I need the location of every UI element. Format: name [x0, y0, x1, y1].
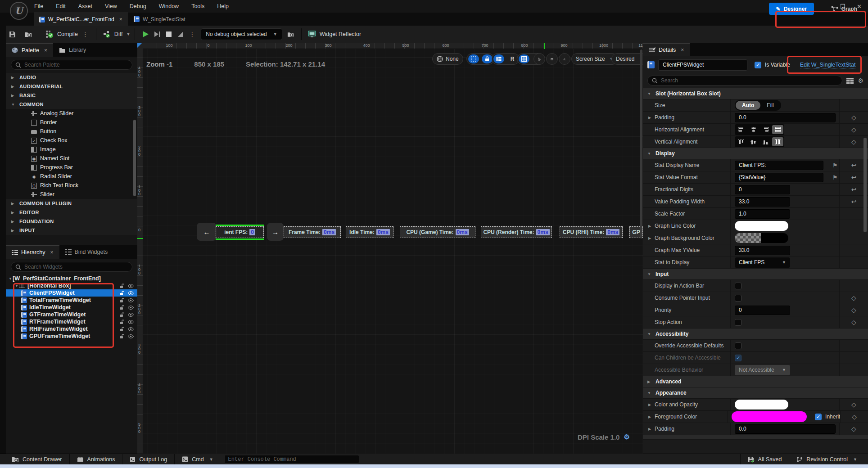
expander-icon[interactable]: ▶ [648, 427, 652, 431]
foreground-color-swatch[interactable] [732, 411, 807, 422]
dpi-gear-icon[interactable]: ⚙ [624, 433, 629, 441]
tab-close-icon[interactable]: × [681, 47, 684, 53]
property-input[interactable]: 1.0 [735, 209, 790, 219]
play-options-icon[interactable]: ⋮ [189, 31, 195, 38]
palette-category-foundation[interactable]: ▶FOUNDATION [6, 217, 137, 226]
segment-fill[interactable]: Fill [760, 101, 780, 110]
menu-item-window[interactable]: Window [154, 0, 184, 13]
alignv-option-3[interactable] [772, 137, 783, 146]
respect-locks-button[interactable]: R [507, 54, 518, 63]
menu-item-tools[interactable]: Tools [186, 0, 210, 13]
hierarchy-row-gtframetimewidget[interactable]: GTFrameTimeWidget [6, 311, 137, 318]
unlock-icon[interactable] [119, 290, 124, 296]
hierarchy-row-horizontalbox[interactable]: ▼[Horizontal Box] [6, 282, 137, 289]
color-swatch[interactable] [735, 400, 788, 410]
palette-category-basic[interactable]: ▶BASIC [6, 91, 137, 100]
display-filter-icon[interactable] [846, 78, 854, 84]
perf-stat-widget-cpurhitime[interactable]: CPU (RHI) Time:0ms [560, 226, 623, 238]
tab-hierarchy[interactable]: Hierarchy × [6, 245, 59, 259]
alignv-option-1[interactable] [748, 137, 759, 146]
menu-item-help[interactable]: Help [212, 0, 234, 13]
property-input[interactable]: 0 [735, 306, 790, 315]
palette-item-radial-slider[interactable]: ◆Radial Slider [6, 172, 137, 181]
minimize-button[interactable]: – [825, 3, 828, 10]
inherit-checkbox[interactable]: ✓ [815, 414, 822, 420]
tab-library[interactable]: Library [53, 43, 92, 57]
reset-diamond-icon[interactable]: ◇ [851, 306, 856, 314]
palette-item-image[interactable]: Image [6, 145, 137, 154]
step-into-icon[interactable] [151, 28, 163, 40]
flip-preview-button[interactable] [559, 53, 570, 65]
menu-item-view[interactable]: View [99, 0, 122, 13]
unlock-icon[interactable] [119, 283, 124, 288]
tab-bind-widgets[interactable]: Bind Widgets [59, 245, 114, 259]
palette-category-common[interactable]: ▼COMMON [6, 100, 137, 109]
palette-item-check-box[interactable]: ✓Check Box [6, 136, 137, 145]
fill-rule-dropdown[interactable]: Desired ▼ [611, 53, 643, 65]
marquee-select-icon[interactable] [468, 54, 479, 63]
save-icon[interactable] [6, 28, 18, 40]
nav-left-arrow-widget[interactable]: ← [197, 223, 217, 241]
perf-stat-widget-cpugametime[interactable]: CPU (Game) Time:0ms [400, 226, 475, 238]
hierarchy-row-clientfpswidget[interactable]: ClientFPSWidget [6, 289, 137, 297]
alignh-option-0[interactable] [736, 125, 747, 134]
checkbox-stop-action[interactable] [735, 319, 741, 326]
dropdown-accessible-behavior[interactable]: Not Accessible▼ [735, 365, 790, 375]
section-header-advanced[interactable]: ▶Advanced [643, 376, 868, 387]
details-scrollbar[interactable] [863, 138, 867, 232]
revert-icon[interactable]: ↩ [851, 174, 857, 181]
chevron-down-icon[interactable]: ▼ [15, 284, 19, 288]
menu-item-file[interactable]: File [29, 0, 49, 13]
palette-scrollbar[interactable] [133, 120, 136, 196]
unlock-icon[interactable] [119, 305, 124, 310]
alignh-option-2[interactable] [760, 125, 771, 134]
menu-item-edit[interactable]: Edit [50, 0, 71, 13]
palette-category-input[interactable]: ▶INPUT [6, 226, 137, 235]
hierarchy-row-gpuframetimewidget[interactable]: GPUFrameTimeWidget [6, 333, 137, 340]
preview-background-button[interactable] [546, 53, 558, 65]
property-input[interactable]: 0.0 [735, 113, 836, 122]
reset-diamond-icon[interactable]: ◇ [851, 294, 856, 302]
tab-wsingletextstat[interactable]: W_SingleTextStat [128, 13, 191, 26]
unlock-icon[interactable] [119, 297, 124, 303]
expander-icon[interactable]: ▶ [648, 236, 652, 240]
expander-icon[interactable]: ▶ [648, 415, 652, 419]
tab-details[interactable]: Details × [643, 43, 690, 56]
checkbox-override-accessible-defaults[interactable] [735, 342, 741, 349]
hierarchy-search-input[interactable]: Search Widgets [11, 262, 132, 272]
section-header-slot-horizontal-box-slot-[interactable]: ▼Slot (Horizontal Box Slot) [643, 88, 868, 99]
compile-button[interactable]: Compile [57, 31, 78, 37]
palette-item-progress-bar[interactable]: Progress Bar [6, 163, 137, 172]
checkbox-consume-pointer-input[interactable] [735, 295, 741, 302]
unlock-icon[interactable] [119, 312, 124, 317]
palette-item-slider[interactable]: Slider [6, 190, 137, 199]
widget-reflector-button[interactable]: Widget Reflector [320, 31, 361, 37]
palette-category-audio[interactable]: ▶AUDIO [6, 73, 137, 82]
diff-button[interactable]: Diff [114, 31, 123, 37]
property-input[interactable]: 0 [735, 185, 790, 194]
unlock-icon[interactable] [119, 319, 124, 324]
widget-name-input[interactable]: ClientFPSWidget [658, 59, 747, 71]
alignv-option-2[interactable] [760, 137, 771, 146]
menu-item-asset[interactable]: Asset [73, 0, 98, 13]
diff-icon[interactable] [101, 28, 113, 40]
skip-icon[interactable] [175, 28, 186, 40]
property-input[interactable]: 0.0 [735, 424, 836, 434]
revert-icon[interactable]: ↩ [851, 198, 857, 205]
checkbox-can-children-be-accessible[interactable]: ✓ [735, 355, 741, 361]
revision-control-button[interactable]: Revision Control ▼ [789, 454, 868, 465]
localization-flag-icon[interactable]: ⚑ [832, 174, 838, 181]
reset-diamond-icon[interactable]: ◇ [851, 401, 856, 408]
reset-diamond-icon[interactable]: ◇ [851, 138, 856, 145]
section-header-input[interactable]: ▼Input [643, 269, 868, 280]
perf-stat-widget-ientfps[interactable]: ient FPS:0 [216, 226, 264, 238]
palette-search-input[interactable]: Search Palette [11, 60, 132, 70]
visibility-eye-icon[interactable] [128, 291, 134, 295]
perf-stat-widget-cpurendertime[interactable]: CPU (Render) Time:0ms [481, 226, 552, 238]
widget-outline-icon[interactable] [493, 54, 504, 63]
animations-button[interactable]: Animations [70, 454, 123, 465]
perf-stat-widget-frametime[interactable]: Frame Time:0ms [284, 226, 341, 238]
palette-item-analog-slider[interactable]: Analog Slider [6, 109, 137, 118]
alignh-option-1[interactable] [748, 125, 759, 134]
expander-icon[interactable]: ▶ [648, 224, 652, 228]
